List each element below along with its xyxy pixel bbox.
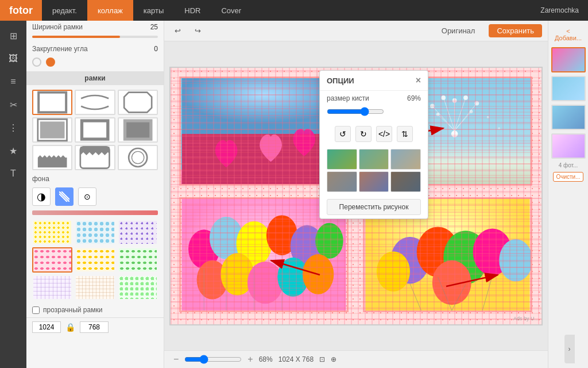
pattern-item-5[interactable] <box>75 247 115 273</box>
canvas-toolbar: ↩ ↪ Оригинал Сохранить <box>164 21 548 41</box>
frame-item-4[interactable] <box>32 117 72 143</box>
frame-item-8[interactable] <box>75 145 115 170</box>
canvas-width-input[interactable] <box>32 321 61 333</box>
sidebar-icon-layout[interactable]: ⊞ <box>3 25 24 46</box>
frame-item-9[interactable] <box>118 145 158 170</box>
right-thumb-4[interactable] <box>551 133 586 159</box>
undo-btn[interactable]: ↩ <box>170 24 185 37</box>
frame-grid <box>26 87 164 172</box>
mini-thumb-5[interactable] <box>359 171 389 192</box>
canvas-dimensions: 1024 X 768 <box>278 355 314 363</box>
action-swap[interactable]: ⇅ <box>397 126 413 142</box>
right-thumb-3[interactable] <box>551 105 586 130</box>
bg-toggle-photo[interactable]: ⊙ <box>78 187 96 206</box>
sidebar-icon-text2[interactable]: T <box>3 163 24 184</box>
action-code[interactable]: </> <box>376 126 392 142</box>
tab-editor[interactable]: редакт. <box>42 0 87 21</box>
svg-point-24 <box>430 103 435 108</box>
sidebar-icon-share[interactable]: ⋮ <box>3 117 24 138</box>
brush-row: размер кисти 69% <box>320 91 428 106</box>
size-bar: 🔒 <box>26 317 164 336</box>
pattern-item-2[interactable] <box>75 220 115 245</box>
tab-hdr[interactable]: HDR <box>174 0 211 21</box>
svg-line-21 <box>443 97 454 130</box>
svg-point-42 <box>247 261 283 304</box>
pattern-item-4[interactable] <box>32 247 72 273</box>
mini-thumb-6[interactable] <box>390 171 421 192</box>
tab-maps[interactable]: карты <box>133 0 174 21</box>
pattern-item-9[interactable] <box>118 275 158 300</box>
resize-icon[interactable]: ⊡ <box>319 355 325 363</box>
svg-line-17 <box>432 106 455 131</box>
svg-point-39 <box>315 223 343 258</box>
redo-btn[interactable]: ↪ <box>190 24 206 37</box>
width-label: Ширинoй рамки <box>32 23 83 31</box>
bg-toggle-pattern[interactable] <box>55 187 74 206</box>
width-slider-bar <box>32 36 158 38</box>
transparent-row: прозрачный рамки <box>26 302 164 317</box>
canvas-height-input[interactable] <box>80 321 109 333</box>
sidebar-icon-star[interactable]: ★ <box>3 140 24 161</box>
canvas-bottom-bar: − + 68% 1024 X 768 ⊡ ⊕ <box>164 350 548 368</box>
sidebar-icon-photo[interactable]: 🖼 <box>3 48 24 69</box>
sidebar-icon-clip[interactable]: ✂ <box>3 94 24 115</box>
frame-item-5[interactable] <box>75 117 115 143</box>
brush-value: 69% <box>407 94 421 102</box>
svg-point-56 <box>432 260 471 305</box>
pattern-item-3[interactable] <box>118 220 158 245</box>
original-btn[interactable]: Оригинал <box>437 24 480 37</box>
pattern-item-7[interactable] <box>32 275 72 300</box>
move-photo-btn[interactable]: Переместить рисунок <box>327 199 421 215</box>
mini-thumb-1[interactable] <box>327 149 357 170</box>
tab-cover[interactable]: Cover <box>211 0 252 21</box>
corner-radio-on[interactable] <box>46 57 55 67</box>
transparent-checkbox[interactable] <box>32 306 40 314</box>
frame-item-6[interactable] <box>118 117 158 143</box>
right-panel-expand-btn[interactable]: › <box>564 335 575 363</box>
svg-rect-6 <box>126 122 149 138</box>
ads-label: Ads by U... <box>513 316 539 321</box>
options-close-btn[interactable]: × <box>416 75 421 86</box>
corner-radio-off[interactable] <box>32 57 41 67</box>
options-header: ОПЦИИ × <box>320 71 428 91</box>
save-btn[interactable]: Сохранить <box>489 24 542 37</box>
sidebar-icon-text[interactable]: ≡ <box>3 71 24 92</box>
left-panel: Ширинoй рамки 25 Закругление угла 0 рамк… <box>26 21 164 368</box>
frame-item-1[interactable] <box>32 90 72 115</box>
bg-label: фона <box>26 172 164 185</box>
svg-rect-0 <box>38 93 66 113</box>
app-logo: fotor <box>0 0 42 21</box>
add-photos-btn[interactable]: < Добави... <box>551 25 586 44</box>
frame-item-7[interactable] <box>32 145 72 170</box>
pattern-item-1[interactable] <box>32 220 72 245</box>
right-thumb-2[interactable] <box>551 76 586 101</box>
zoom-slider[interactable] <box>184 355 242 364</box>
mini-thumb-4[interactable] <box>327 171 357 192</box>
width-slider-row <box>26 33 164 43</box>
frames-header: рамки <box>26 71 164 85</box>
username: Zaremochka <box>531 6 588 14</box>
svg-rect-2 <box>40 121 65 138</box>
pattern-item-6[interactable] <box>118 247 158 273</box>
bg-toggle-contrast[interactable]: ◑ <box>32 187 51 206</box>
frame-item-2[interactable] <box>75 90 115 115</box>
zoom-minus-btn[interactable]: − <box>173 354 179 365</box>
zoom-plus-btn[interactable]: + <box>247 354 253 365</box>
svg-line-19 <box>455 112 471 131</box>
action-redo[interactable]: ↻ <box>355 126 372 142</box>
svg-point-15 <box>451 131 458 137</box>
mini-thumb-3[interactable] <box>390 149 421 170</box>
top-bar: fotor редакт. коллаж карты HDR Cover Zar… <box>0 0 588 21</box>
svg-point-55 <box>377 251 410 292</box>
tab-collage[interactable]: коллаж <box>87 0 133 21</box>
mini-thumb-2[interactable] <box>359 149 389 170</box>
share-icon[interactable]: ⊕ <box>331 355 336 363</box>
clear-btn[interactable]: Очисти... <box>553 172 583 182</box>
pattern-item-8[interactable] <box>75 275 115 300</box>
action-undo[interactable]: ↺ <box>335 126 351 142</box>
right-thumb-1[interactable] <box>551 47 586 72</box>
brush-slider[interactable] <box>327 107 384 116</box>
corner-row: Закругление угла 0 <box>26 43 164 55</box>
frame-item-3[interactable] <box>118 90 158 115</box>
corner-label: Закругление угла <box>32 45 88 53</box>
